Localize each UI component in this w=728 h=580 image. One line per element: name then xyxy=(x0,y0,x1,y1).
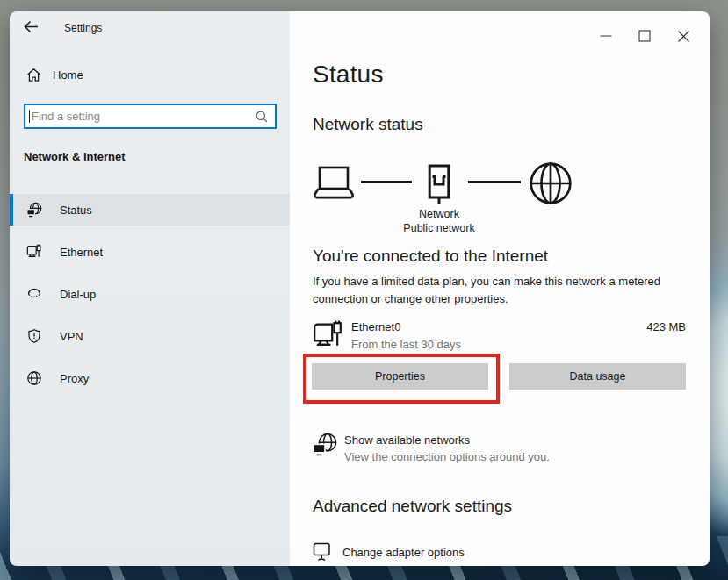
show-networks-subtitle: View the connection options around you. xyxy=(344,450,550,463)
sidebar-item-status[interactable]: Status xyxy=(10,194,290,226)
network-node-labels: Network Public network xyxy=(369,208,509,235)
network-node-sublabel: Public network xyxy=(369,222,509,236)
data-usage-value: 423 MB xyxy=(646,320,686,333)
change-adapter-options-item[interactable]: Change adapter options xyxy=(313,542,465,562)
network-node-icon xyxy=(428,164,450,208)
available-networks-icon xyxy=(313,433,337,462)
window-controls xyxy=(587,23,703,49)
network-diagram: Network Public network xyxy=(313,161,576,249)
main-pane: Status Network status Network Public net… xyxy=(290,11,710,566)
ethernet-adapter-icon xyxy=(313,320,344,356)
connected-heading: You're connected to the Internet xyxy=(313,247,548,266)
minimize-icon xyxy=(600,30,612,42)
sidebar-item-proxy[interactable]: Proxy xyxy=(10,362,290,394)
search-input[interactable] xyxy=(30,110,256,123)
sidebar-item-dialup[interactable]: Dial-up xyxy=(10,278,290,310)
connection-line xyxy=(361,181,412,183)
connection-line xyxy=(468,181,521,183)
sidebar-item-vpn[interactable]: VPN xyxy=(10,320,290,352)
show-networks-title: Show available networks xyxy=(344,433,470,447)
sidebar-item-status-label: Status xyxy=(60,204,92,217)
maximize-icon xyxy=(638,30,651,42)
change-adapter-label: Change adapter options xyxy=(342,546,465,559)
selection-indicator xyxy=(10,194,13,226)
connection-period: From the last 30 days xyxy=(351,338,461,351)
search-box xyxy=(24,104,277,129)
back-button[interactable] xyxy=(21,17,40,36)
sidebar-item-ethernet-label: Ethernet xyxy=(60,246,103,259)
dialup-icon xyxy=(26,286,42,302)
sidebar-item-dialup-label: Dial-up xyxy=(60,288,96,301)
network-node-label: Network xyxy=(369,208,509,222)
sidebar-item-vpn-label: VPN xyxy=(60,330,83,343)
proxy-icon xyxy=(26,370,42,386)
connected-description: If you have a limited data plan, you can… xyxy=(313,273,697,307)
sidebar-item-proxy-label: Proxy xyxy=(60,372,89,385)
vpn-icon xyxy=(26,328,42,344)
show-available-networks-item[interactable]: Show available networks View the connect… xyxy=(313,432,602,476)
page-title: Status xyxy=(313,61,384,89)
data-usage-button[interactable]: Data usage xyxy=(509,363,686,390)
sidebar-section-title: Network & Internet xyxy=(24,150,126,163)
network-status-heading: Network status xyxy=(313,115,423,134)
home-icon xyxy=(26,68,41,82)
sidebar-item-home[interactable]: Home xyxy=(26,68,83,82)
sidebar: Settings Home Network & Internet xyxy=(10,11,290,566)
properties-button[interactable]: Properties xyxy=(312,363,488,390)
settings-window: Settings Home Network & Internet xyxy=(10,11,710,566)
close-icon xyxy=(677,30,690,43)
maximize-button[interactable] xyxy=(625,23,664,49)
desktop-wallpaper: Settings Home Network & Internet xyxy=(0,0,728,580)
status-icon xyxy=(26,202,42,218)
sidebar-item-home-label: Home xyxy=(53,68,83,82)
back-arrow-icon xyxy=(24,20,39,33)
close-button[interactable] xyxy=(664,23,703,49)
minimize-button[interactable] xyxy=(587,23,625,49)
search-icon[interactable] xyxy=(256,111,268,123)
internet-globe-icon xyxy=(529,161,573,209)
window-title: Settings xyxy=(64,22,102,34)
connection-name: Ethernet0 xyxy=(351,320,400,333)
laptop-icon xyxy=(313,165,355,204)
sidebar-item-ethernet[interactable]: Ethernet xyxy=(10,236,290,268)
ethernet-icon xyxy=(26,244,42,260)
adapter-icon xyxy=(313,542,331,562)
advanced-settings-heading: Advanced network settings xyxy=(313,497,512,516)
